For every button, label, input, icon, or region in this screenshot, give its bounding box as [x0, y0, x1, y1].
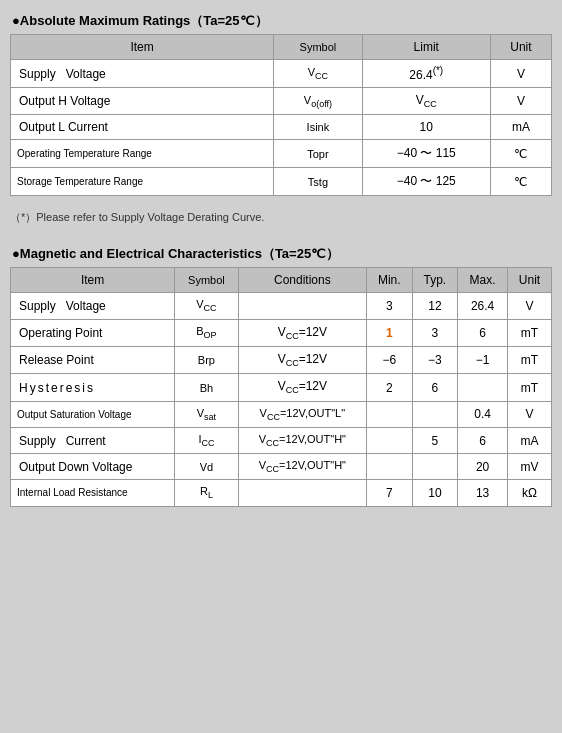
limit-output-l-current: 10 [362, 115, 490, 140]
unit-output-l-current: mA [490, 115, 551, 140]
typ-hysteresis: 6 [412, 374, 458, 401]
item2-output-down-voltage: Output Down Voltage [11, 454, 175, 480]
table-row: Operating Temperature Range Topr −40 〜 1… [11, 140, 552, 168]
cond-supply-current: VCC=12V,OUT"H" [238, 427, 366, 453]
unit2-output-down-voltage: mV [508, 454, 552, 480]
table-row: Output H Voltage Vo(off) VCC V [11, 88, 552, 115]
section1-title: ●Absolute Maximum Ratings（Ta=25℃） [12, 13, 268, 28]
max-supply-voltage: 26.4 [458, 293, 508, 319]
unit2-supply-current: mA [508, 427, 552, 453]
limit-supply-voltage: 26.4(*) [362, 60, 490, 88]
typ-release-point: −3 [412, 346, 458, 373]
min-hysteresis: 2 [366, 374, 412, 401]
cond-internal-load-resistance [238, 480, 366, 506]
symbol-isink: Isink [274, 115, 362, 140]
col-header-item: Item [11, 35, 274, 60]
symbol2-vd: Vd [175, 454, 239, 480]
typ-supply-voltage: 12 [412, 293, 458, 319]
absolute-max-ratings-table: Item Symbol Limit Unit Supply Voltage VC… [10, 34, 552, 196]
max-internal-load-resistance: 13 [458, 480, 508, 506]
symbol2-vcc: VCC [175, 293, 239, 319]
cond-output-down-voltage: VCC=12V,OUT"H" [238, 454, 366, 480]
typ-internal-load-resistance: 10 [412, 480, 458, 506]
unit-operating-temp: ℃ [490, 140, 551, 168]
min-supply-voltage: 3 [366, 293, 412, 319]
symbol-vo-off: Vo(off) [274, 88, 362, 115]
unit2-internal-load-resistance: kΩ [508, 480, 552, 506]
limit-operating-temp: −40 〜 115 [362, 140, 490, 168]
col-header-unit: Unit [490, 35, 551, 60]
mag-elec-characteristics-table: Item Symbol Conditions Min. Typ. Max. Un… [10, 267, 552, 506]
col2-header-max: Max. [458, 268, 508, 293]
symbol-tstg: Tstg [274, 168, 362, 196]
symbol2-bop: BOP [175, 319, 239, 346]
section1-table-wrapper: Item Symbol Limit Unit Supply Voltage VC… [10, 34, 552, 196]
col2-header-symbol: Symbol [175, 268, 239, 293]
section1-note: （*）Please refer to Supply Voltage Derati… [10, 208, 552, 227]
typ-supply-current: 5 [412, 427, 458, 453]
table-row: Hysteresis Bh VCC=12V 2 6 mT [11, 374, 552, 401]
item-storage-temp: Storage Temperature Range [11, 168, 274, 196]
min-supply-current [366, 427, 412, 453]
symbol-vcc: VCC [274, 60, 362, 88]
typ-output-sat-voltage [412, 401, 458, 427]
cond-supply-voltage [238, 293, 366, 319]
cond-hysteresis: VCC=12V [238, 374, 366, 401]
item2-output-sat-voltage: Output Saturation Voltage [11, 401, 175, 427]
symbol2-bh: Bh [175, 374, 239, 401]
unit-output-h-voltage: V [490, 88, 551, 115]
section2-title: ●Magnetic and Electrical Characteristics… [12, 246, 339, 261]
item-output-h-voltage: Output H Voltage [11, 88, 274, 115]
item2-operating-point: Operating Point [11, 319, 175, 346]
max-output-down-voltage: 20 [458, 454, 508, 480]
unit-supply-voltage: V [490, 60, 551, 88]
item2-supply-voltage: Supply Voltage [11, 293, 175, 319]
symbol2-brp: Brp [175, 346, 239, 373]
col2-header-min: Min. [366, 268, 412, 293]
cond-release-point: VCC=12V [238, 346, 366, 373]
table-row: Release Point Brp VCC=12V −6 −3 −1 mT [11, 346, 552, 373]
table-row: Storage Temperature Range Tstg −40 〜 125… [11, 168, 552, 196]
table-row: Supply Voltage VCC 3 12 26.4 V [11, 293, 552, 319]
table-row: Supply Voltage VCC 26.4(*) V [11, 60, 552, 88]
item2-supply-current: Supply Current [11, 427, 175, 453]
symbol2-rl: RL [175, 480, 239, 506]
unit2-output-sat-voltage: V [508, 401, 552, 427]
symbol2-icc: ICC [175, 427, 239, 453]
table-row: Supply Current ICC VCC=12V,OUT"H" 5 6 mA [11, 427, 552, 453]
table-row: Output Down Voltage Vd VCC=12V,OUT"H" 20… [11, 454, 552, 480]
cond-operating-point: VCC=12V [238, 319, 366, 346]
col-header-limit: Limit [362, 35, 490, 60]
typ-output-down-voltage [412, 454, 458, 480]
typ-operating-point: 3 [412, 319, 458, 346]
unit2-hysteresis: mT [508, 374, 552, 401]
item2-internal-load-resistance: Internal Load Resistance [11, 480, 175, 506]
item-operating-temp: Operating Temperature Range [11, 140, 274, 168]
table-row: Operating Point BOP VCC=12V 1 3 6 mT [11, 319, 552, 346]
item-output-l-current: Output L Current [11, 115, 274, 140]
min-internal-load-resistance: 7 [366, 480, 412, 506]
col2-header-conditions: Conditions [238, 268, 366, 293]
section2-table-wrapper: Item Symbol Conditions Min. Typ. Max. Un… [10, 267, 552, 506]
item2-hysteresis: Hysteresis [11, 374, 175, 401]
table-row: Output L Current Isink 10 mA [11, 115, 552, 140]
unit2-release-point: mT [508, 346, 552, 373]
symbol2-vsat: Vsat [175, 401, 239, 427]
min-output-down-voltage [366, 454, 412, 480]
col2-header-unit: Unit [508, 268, 552, 293]
item2-release-point: Release Point [11, 346, 175, 373]
max-release-point: −1 [458, 346, 508, 373]
max-output-sat-voltage: 0.4 [458, 401, 508, 427]
max-operating-point: 6 [458, 319, 508, 346]
limit-storage-temp: −40 〜 125 [362, 168, 490, 196]
symbol-topr: Topr [274, 140, 362, 168]
item-supply-voltage: Supply Voltage [11, 60, 274, 88]
unit-storage-temp: ℃ [490, 168, 551, 196]
min-release-point: −6 [366, 346, 412, 373]
col2-header-item: Item [11, 268, 175, 293]
max-hysteresis [458, 374, 508, 401]
min-output-sat-voltage [366, 401, 412, 427]
col2-header-typ: Typ. [412, 268, 458, 293]
unit2-operating-point: mT [508, 319, 552, 346]
max-supply-current: 6 [458, 427, 508, 453]
